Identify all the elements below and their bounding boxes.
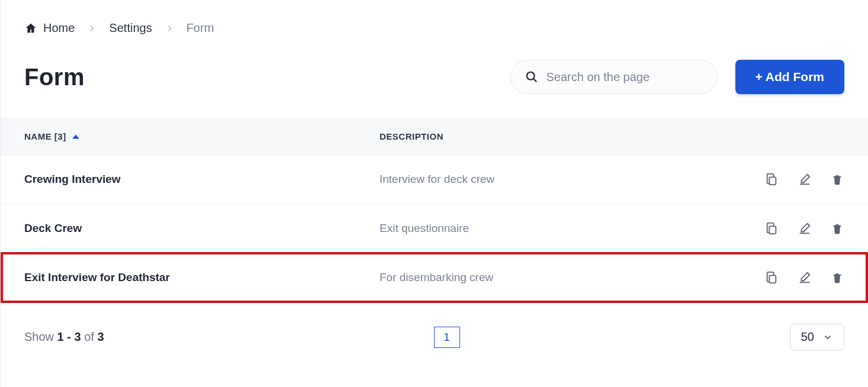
chevron-right-icon [88, 24, 96, 33]
breadcrumb-home-label: Home [43, 21, 75, 35]
row-name[interactable]: Crewing Interview [24, 173, 380, 186]
per-page-value: 50 [801, 330, 814, 344]
results-summary: Show 1 - 3 of 3 [24, 330, 104, 344]
home-icon [24, 22, 37, 35]
trash-icon [831, 222, 843, 235]
breadcrumb-home[interactable]: Home [24, 21, 75, 35]
svg-rect-2 [769, 177, 776, 185]
table-row: Exit Interview for DeathstarFor disembar… [1, 253, 868, 302]
chevron-down-icon [822, 332, 833, 343]
search-box[interactable] [510, 60, 718, 94]
edit-button[interactable] [797, 270, 812, 285]
per-page-select[interactable]: 50 [790, 324, 844, 350]
svg-point-0 [526, 72, 534, 80]
chevron-right-icon [165, 24, 173, 33]
row-name[interactable]: Exit Interview for Deathstar [24, 271, 380, 284]
svg-rect-3 [769, 226, 776, 234]
add-form-button[interactable]: + Add Form [735, 60, 844, 94]
pager: 1 [434, 327, 460, 348]
row-description: For disembarking crew [380, 271, 714, 284]
page-title: Form [24, 64, 85, 91]
copy-button[interactable] [764, 221, 779, 236]
trash-icon [831, 271, 843, 284]
breadcrumb-current: Form [187, 21, 214, 35]
table-header: NAME [3] DESCRIPTION [1, 118, 868, 155]
row-description: Interview for deck crew [380, 173, 714, 186]
svg-rect-4 [769, 275, 776, 283]
breadcrumb-settings[interactable]: Settings [109, 21, 152, 35]
search-input[interactable] [546, 70, 703, 84]
copy-button[interactable] [764, 270, 779, 285]
copy-button[interactable] [764, 172, 779, 187]
delete-button[interactable] [830, 172, 844, 187]
copy-icon [765, 271, 778, 284]
edit-icon [798, 173, 811, 186]
column-header-description[interactable]: DESCRIPTION [380, 131, 714, 141]
table-row: Crewing InterviewInterview for deck crew [1, 155, 868, 204]
table-footer: Show 1 - 3 of 3 1 50 [24, 302, 844, 350]
breadcrumb: Home Settings Form [24, 0, 844, 46]
edit-icon [798, 271, 811, 284]
edit-icon [798, 222, 811, 235]
forms-table: NAME [3] DESCRIPTION Crewing InterviewIn… [1, 118, 868, 302]
page-1[interactable]: 1 [434, 327, 460, 348]
sort-asc-icon [72, 133, 79, 140]
page-header: Form + Add Form [24, 46, 844, 118]
row-name[interactable]: Deck Crew [24, 222, 380, 235]
column-header-name[interactable]: NAME [3] [24, 131, 380, 141]
edit-button[interactable] [797, 221, 812, 236]
trash-icon [831, 173, 843, 186]
breadcrumb-settings-label: Settings [109, 21, 152, 35]
copy-icon [765, 222, 778, 235]
breadcrumb-current-label: Form [187, 21, 214, 35]
search-icon [525, 70, 538, 83]
row-description: Exit questionnaire [380, 222, 714, 235]
delete-button[interactable] [830, 221, 844, 236]
delete-button[interactable] [830, 270, 844, 285]
table-row: Deck CrewExit questionnaire [1, 204, 868, 253]
edit-button[interactable] [797, 172, 812, 187]
copy-icon [765, 173, 778, 186]
svg-line-1 [533, 79, 536, 82]
